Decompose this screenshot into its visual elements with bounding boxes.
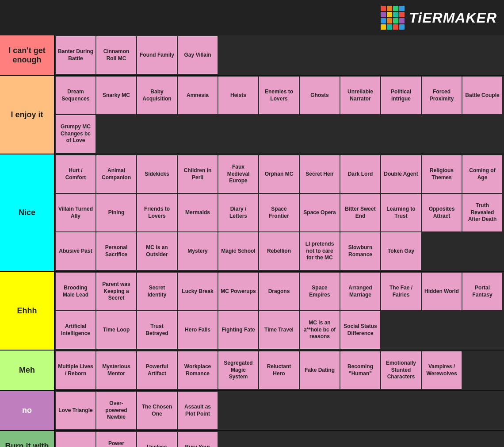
tier-label-f: Burn it with fire!	[0, 431, 55, 447]
tier-item-a-8[interactable]: Political Intrigue	[381, 77, 421, 114]
tier-item-b-25[interactable]: Mystery	[178, 232, 218, 270]
tier-item-f-3[interactable]: Bury Your Gays	[178, 432, 218, 447]
tier-item-c-14[interactable]: Hero Falls	[178, 311, 218, 349]
tier-item-a-2[interactable]: Baby Acquisition	[137, 77, 177, 114]
tier-item-c-15[interactable]: Fighting Fate	[218, 311, 258, 349]
tier-item-d-2[interactable]: Powerful Artifact	[137, 351, 177, 389]
tier-item-b-6[interactable]: Secret Heir	[300, 155, 340, 193]
tier-item-c-4[interactable]: MC Powerups	[218, 273, 258, 310]
logo-cell-5	[387, 12, 392, 17]
tier-item-a-11[interactable]: Grumpy MC Changes bc of Love	[56, 115, 95, 153]
tier-item-a-7[interactable]: Unreliable Narrator	[340, 77, 380, 114]
tier-item-b-7[interactable]: Dark Lord	[340, 155, 380, 193]
tier-item-c-3[interactable]: Lucky Break	[178, 273, 218, 310]
tier-item-c-6[interactable]: Space Empires	[300, 273, 340, 310]
tier-item-b-18[interactable]: Bitter Sweet End	[340, 194, 380, 231]
tier-item-b-11[interactable]: Villain Turned Ally	[56, 194, 95, 231]
tier-item-c-9[interactable]: Hidden World	[422, 273, 462, 310]
tier-item-c-18[interactable]: Social Status Difference	[340, 311, 380, 349]
tier-item-b-30[interactable]: Token Gay	[381, 232, 421, 270]
tier-item-a-0[interactable]: Dream Sequences	[56, 77, 95, 114]
logo-cell-11	[399, 18, 405, 23]
tier-item-c-12[interactable]: Time Loop	[96, 311, 136, 349]
logo-cell-15	[399, 24, 405, 30]
tier-item-b-12[interactable]: Pining	[96, 194, 136, 231]
logo-cell-4	[381, 12, 386, 17]
tier-items-d: Multiple Lives / RebornMysterious Mentor…	[55, 351, 504, 390]
tier-item-b-22[interactable]: Abusive Past	[56, 232, 95, 270]
tier-item-d-8[interactable]: Emotionally Stunted Characters	[381, 351, 421, 389]
tier-item-c-13[interactable]: Trust Betrayed	[137, 311, 177, 349]
tier-item-a-9[interactable]: Forced Proximity	[422, 77, 462, 114]
tier-item-b-21[interactable]: Truth Revealed After Death	[462, 194, 502, 231]
logo-cell-0	[381, 6, 386, 11]
tier-item-d-0[interactable]: Multiple Lives / Reborn	[56, 351, 95, 389]
tier-item-e-3[interactable]: Assault as Plot Point	[178, 392, 218, 429]
tier-item-b-17[interactable]: Space Opera	[300, 194, 340, 231]
tier-item-b-5[interactable]: Orphan MC	[259, 155, 299, 193]
tier-item-d-7[interactable]: Becoming "Human"	[340, 351, 380, 389]
tier-item-c-5[interactable]: Dragons	[259, 273, 299, 310]
tier-item-c-17[interactable]: MC is an a**hole bc of reasons	[300, 311, 340, 349]
tier-label-s: I can't get enough	[0, 35, 55, 75]
tier-item-d-3[interactable]: Workplace Romance	[178, 351, 218, 389]
tier-item-a-10[interactable]: Battle Couple	[462, 77, 502, 114]
tier-item-b-28[interactable]: LI pretends not to care for the MC	[300, 232, 340, 270]
tier-item-b-4[interactable]: Faux Medieval Europe	[218, 155, 258, 193]
tier-item-d-5[interactable]: Reluctant Hero	[259, 351, 299, 389]
tier-item-f-2[interactable]: Useless Adults	[137, 432, 177, 447]
tier-item-b-2[interactable]: Sidekicks	[137, 155, 177, 193]
tier-item-b-3[interactable]: Children in Peril	[178, 155, 218, 193]
tier-item-b-26[interactable]: Magic School	[218, 232, 258, 270]
tier-item-s-1[interactable]: Cinnamon Roll MC	[96, 36, 136, 74]
tier-item-b-20[interactable]: Opposites Attract	[422, 194, 462, 231]
tier-item-b-14[interactable]: Mermaids	[178, 194, 218, 231]
tier-items-s: Banter During BattleCinnamon Roll MCFoun…	[55, 35, 504, 75]
tier-item-a-6[interactable]: Ghosts	[300, 77, 340, 114]
tier-item-a-5[interactable]: Enemies to Lovers	[259, 77, 299, 114]
tier-items-f: MisunderstandingsPower Imbalance in Roma…	[55, 431, 504, 447]
tier-label-e: no	[0, 391, 55, 430]
tier-item-f-0[interactable]: Misunderstandings	[56, 432, 95, 447]
tier-item-c-0[interactable]: Brooding Male Lead	[56, 273, 95, 310]
tier-item-d-9[interactable]: Vampires / Werewolves	[422, 351, 462, 389]
tier-item-c-1[interactable]: Parent was Keeping a Secret	[96, 273, 136, 310]
tier-item-e-1[interactable]: Over-powered Newbie	[96, 392, 136, 429]
tier-item-b-13[interactable]: Friends to Lovers	[137, 194, 177, 231]
tier-item-f-1[interactable]: Power Imbalance in Romance	[96, 432, 136, 447]
tier-item-d-6[interactable]: Fake Dating	[300, 351, 340, 389]
tier-item-d-1[interactable]: Mysterious Mentor	[96, 351, 136, 389]
tier-item-b-23[interactable]: Personal Sacrifice	[96, 232, 136, 270]
tier-items-e: Love TriangleOver-powered NewbieThe Chos…	[55, 391, 504, 430]
tier-item-e-2[interactable]: The Chosen One	[137, 392, 177, 429]
tier-item-c-11[interactable]: Artificial Intelligence	[56, 311, 95, 349]
logo-cell-9	[387, 18, 392, 23]
tier-item-c-16[interactable]: Time Travel	[259, 311, 299, 349]
tier-item-b-0[interactable]: Hurt / Comfort	[56, 155, 95, 193]
tier-item-a-4[interactable]: Heists	[218, 77, 258, 114]
tier-row-d: MehMultiple Lives / RebornMysterious Men…	[0, 351, 504, 391]
tier-item-c-2[interactable]: Secret Identity	[137, 273, 177, 310]
tier-item-e-0[interactable]: Love Triangle	[56, 392, 95, 429]
tier-item-c-7[interactable]: Arranged Marriage	[340, 273, 380, 310]
tier-item-b-9[interactable]: Religious Themes	[422, 155, 462, 193]
tier-item-b-29[interactable]: Slowburn Romance	[340, 232, 380, 270]
tier-item-a-1[interactable]: Snarky MC	[96, 77, 136, 114]
tier-item-b-1[interactable]: Animal Companion	[96, 155, 136, 193]
tier-item-b-27[interactable]: Rebellion	[259, 232, 299, 270]
tier-item-c-8[interactable]: The Fae / Fairies	[381, 273, 421, 310]
tier-item-b-24[interactable]: MC is an Outsider	[137, 232, 177, 270]
tier-item-a-3[interactable]: Amnesia	[178, 77, 218, 114]
header: TiERMAKER	[0, 0, 504, 35]
tier-item-b-19[interactable]: Learning to Trust	[381, 194, 421, 231]
tier-label-d: Meh	[0, 351, 55, 390]
tier-item-s-3[interactable]: Gay Villain	[178, 36, 218, 74]
tier-item-c-10[interactable]: Portal Fantasy	[462, 273, 502, 310]
tier-item-s-0[interactable]: Banter During Battle	[56, 36, 95, 74]
tier-item-b-10[interactable]: Coming of Age	[462, 155, 502, 193]
tier-item-b-15[interactable]: Diary / Letters	[218, 194, 258, 231]
tier-item-s-2[interactable]: Found Family	[137, 36, 177, 74]
tier-item-b-8[interactable]: Double Agent	[381, 155, 421, 193]
tier-item-d-4[interactable]: Segregated Magic System	[218, 351, 258, 389]
tier-item-b-16[interactable]: Space Frontier	[259, 194, 299, 231]
